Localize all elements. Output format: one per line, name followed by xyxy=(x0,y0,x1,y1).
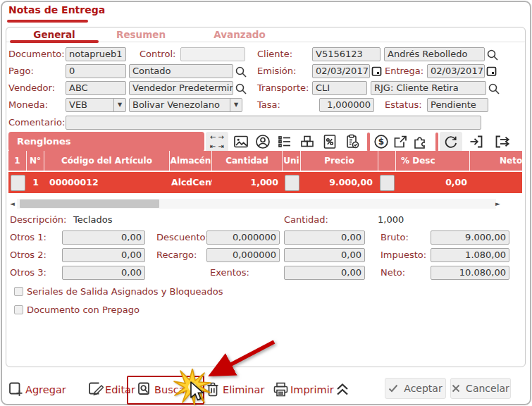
mouse-cursor xyxy=(190,381,205,402)
fit-columns-icon[interactable]: ← →⇤ ⇥ xyxy=(206,132,228,152)
cancelar-button[interactable]: Cancelar xyxy=(450,378,511,399)
renglones-header: Renglones xyxy=(8,132,204,152)
transporte-name-field[interactable]: RJG: Cliente Retira xyxy=(371,81,486,95)
tab-avanzado[interactable]: Avanzado xyxy=(204,29,275,41)
scroll-left-icon[interactable]: ◄ xyxy=(10,198,15,209)
pago-name-field[interactable]: Contado xyxy=(129,64,233,78)
cliente-code-field[interactable]: V5156123 xyxy=(312,47,381,61)
col-header-precio: Precio xyxy=(301,151,378,171)
tab-general[interactable]: General xyxy=(10,29,99,41)
prepago-checkbox[interactable] xyxy=(14,305,23,314)
seriales-checkbox-label: Seriales de Salida Asignados y Bloqueado… xyxy=(27,286,223,297)
entrega-field[interactable]: 02/03/2017 xyxy=(427,64,485,78)
printer-icon[interactable] xyxy=(273,382,289,397)
moneda-code-select[interactable]: VEB ▼ xyxy=(66,98,126,112)
image-icon[interactable] xyxy=(233,133,249,150)
exentos-label: Exentos: xyxy=(210,266,249,280)
recargo-label: Recargo: xyxy=(156,248,197,262)
table-row[interactable]: 1 00000012 AlcdCentro 1,000 9.000,00 0,0… xyxy=(8,172,522,193)
active-tab-underline xyxy=(10,40,99,43)
chevron-down-icon: ▼ xyxy=(113,99,125,111)
col-header-codigo: Código del Artículo xyxy=(44,151,170,171)
collapse-chevrons-icon[interactable] xyxy=(335,383,349,396)
col-header-numero: N° xyxy=(27,151,44,171)
desc-flag-checkbox[interactable] xyxy=(380,175,395,191)
transporte-search-icon[interactable] xyxy=(488,82,500,95)
vendedor-label: Vendedor: xyxy=(8,81,55,95)
add-icon[interactable] xyxy=(8,382,24,398)
transporte-code-field[interactable]: CLI xyxy=(312,81,367,95)
eliminar-button[interactable]: Eliminar xyxy=(223,383,264,397)
export-rows-icon[interactable] xyxy=(493,133,512,150)
emision-label: Emisión: xyxy=(257,64,296,78)
documento-field[interactable]: notaprueb1 xyxy=(66,47,126,61)
entrega-calendar-icon[interactable] xyxy=(486,66,497,77)
scroll-right-icon[interactable]: ► xyxy=(495,198,500,209)
col-header-select: 1 xyxy=(8,151,27,171)
documento-label: Documento: xyxy=(8,47,65,61)
control-field[interactable] xyxy=(180,47,245,61)
vendedor-code-field[interactable]: ABC xyxy=(66,81,126,95)
x-icon xyxy=(452,384,460,393)
table-hscrollbar[interactable]: ◄ ► xyxy=(10,198,503,209)
percent-doc-icon[interactable] xyxy=(321,133,338,150)
recargo-pct-field[interactable]: 0,000000 xyxy=(206,248,280,262)
otros1-field[interactable]: 0,00 xyxy=(62,230,145,245)
customer-icon[interactable] xyxy=(254,133,271,150)
tasa-field[interactable]: 1,000000 xyxy=(319,98,374,112)
neto-label: Neto: xyxy=(381,266,405,280)
row-select-checkbox[interactable] xyxy=(11,175,25,191)
vendedor-search-icon[interactable] xyxy=(235,82,247,95)
cliente-search-icon[interactable] xyxy=(486,49,499,61)
svg-text:$: $ xyxy=(378,137,384,147)
recargo-field[interactable]: 0,00 xyxy=(284,248,365,262)
descripcion-label: Descripción: xyxy=(10,213,66,227)
otros2-field[interactable]: 0,00 xyxy=(62,248,145,262)
check-icon xyxy=(388,384,398,393)
puzzle-icon[interactable] xyxy=(412,133,430,150)
descuento-field[interactable]: 0,00 xyxy=(284,230,365,245)
moneda-code-value: VEB xyxy=(66,99,113,111)
cliente-name-field[interactable]: Andrés Rebolledo xyxy=(384,47,485,61)
list-icon[interactable] xyxy=(276,133,293,150)
pago-code-field[interactable]: 0 xyxy=(66,64,126,78)
vendedor-name-field[interactable]: Vendedor Predetermina xyxy=(129,81,233,95)
scrollbar-thumb[interactable] xyxy=(20,199,159,208)
seriales-checkbox[interactable] xyxy=(14,287,23,296)
toolbar-separator xyxy=(435,133,438,152)
clipboard-check-icon[interactable] xyxy=(344,133,361,150)
emision-calendar-icon[interactable] xyxy=(371,66,382,77)
title-underline xyxy=(7,20,88,23)
estatus-label: Estatus: xyxy=(385,98,422,112)
col-header-desc: % Desc xyxy=(396,151,470,171)
descuento-pct-field[interactable]: 0,000000 xyxy=(206,230,280,245)
tab-resumen[interactable]: Resumen xyxy=(106,29,176,41)
tasa-label: Tasa: xyxy=(257,98,280,112)
impuesto-field: 1.080,00 xyxy=(431,248,509,262)
otros1-label: Otros 1: xyxy=(10,230,47,245)
neto-field: 10.080,00 xyxy=(431,266,509,280)
col-header-almacen: Almacén xyxy=(170,151,212,171)
entrega-label: Entrega: xyxy=(385,64,423,78)
pago-label: Pago: xyxy=(8,64,34,78)
aceptar-button[interactable]: Aceptar xyxy=(385,378,446,399)
external-link-icon[interactable] xyxy=(392,133,409,150)
import-rows-icon[interactable] xyxy=(468,133,485,150)
otros3-field[interactable]: 0,00 xyxy=(62,266,145,280)
currency-icon[interactable]: $ xyxy=(373,133,390,150)
cell-codigo: 00000012 xyxy=(44,172,170,193)
agregar-button[interactable]: Agregar xyxy=(25,383,66,397)
exentos-field[interactable]: 0,00 xyxy=(284,266,365,280)
comentario-field[interactable] xyxy=(66,116,481,130)
cell-desc-pct: 0,00 xyxy=(396,172,470,193)
moneda-name-select[interactable]: Bolivar Venezolano ▼ xyxy=(129,98,242,112)
pago-search-icon[interactable] xyxy=(235,66,247,78)
emision-field[interactable]: 02/03/2017 xyxy=(312,64,370,78)
col-header-blank xyxy=(378,151,396,171)
uni-checkbox[interactable] xyxy=(285,175,299,191)
refresh-icon[interactable] xyxy=(440,132,462,152)
edit-icon[interactable] xyxy=(88,382,104,398)
imprimir-button[interactable]: Imprimir xyxy=(290,383,334,397)
cell-almacen: AlcdCentro xyxy=(170,172,212,193)
packages-icon[interactable] xyxy=(299,133,316,150)
